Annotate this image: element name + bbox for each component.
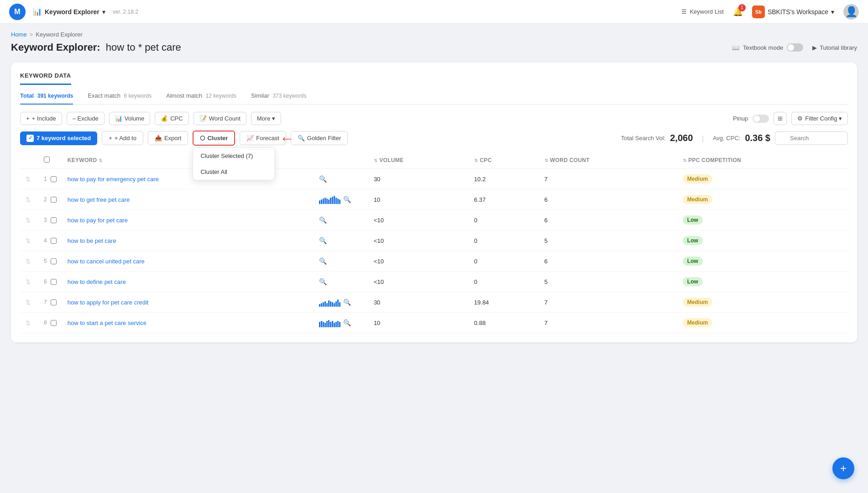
workspace-dropdown[interactable]: Sb SBKITS's Workspace ▾ xyxy=(752,5,834,18)
tutorial-library-button[interactable]: ▶ Tutorial library xyxy=(812,44,857,51)
mini-bar xyxy=(326,303,328,307)
drag-handle-icon[interactable]: ⇅ xyxy=(26,278,31,285)
keyword-search-icon[interactable]: 🔍 xyxy=(319,175,327,183)
export-button[interactable]: 📤 Export xyxy=(148,131,188,145)
pinup-toggle[interactable] xyxy=(753,115,769,123)
golden-filter-button[interactable]: 🔍 Golden Filter xyxy=(291,131,348,145)
row-num-cell: 2 xyxy=(38,189,62,210)
table-header-row: KEYWORD ⇅ ⇅ VOLUME ⇅ CP xyxy=(20,152,848,169)
more-filter-button[interactable]: More ▾ xyxy=(251,112,281,125)
mini-bar xyxy=(339,322,340,327)
mini-bar xyxy=(328,199,329,204)
app-name-dropdown[interactable]: 📊 Keyword Explorer ▾ xyxy=(33,7,105,16)
keyword-search-input[interactable] xyxy=(775,131,848,145)
volume-filter-button[interactable]: 📊 Volume xyxy=(109,112,150,125)
textbook-mode-button[interactable]: 📖 Textbook mode xyxy=(732,43,803,52)
th-keyword[interactable]: KEYWORD ⇅ xyxy=(62,152,314,169)
row-checkbox[interactable] xyxy=(51,197,57,203)
cpc-label: CPC xyxy=(170,115,183,122)
exclude-filter-button[interactable]: – Exclude xyxy=(67,112,105,125)
tab-similar[interactable]: Similar 373 keywords xyxy=(251,92,306,105)
cpc-filter-button[interactable]: 💰 CPC xyxy=(155,112,188,125)
keyword-search-icon[interactable]: 🔍 xyxy=(319,237,327,244)
th-word-count[interactable]: ⇅ WORD COUNT xyxy=(539,152,677,169)
th-ppc-competition[interactable]: ⇅ PPC COMPETITION xyxy=(677,152,848,169)
row-checkbox[interactable] xyxy=(51,320,57,326)
row-checkbox[interactable] xyxy=(51,279,57,285)
row-num-cell: 6 xyxy=(38,272,62,292)
keyword-list-nav[interactable]: ☰ Keyword List xyxy=(681,8,723,15)
drag-handle-icon[interactable]: ⇅ xyxy=(26,299,31,306)
word-count-cell: 6 xyxy=(539,189,677,210)
word-count-cell: 5 xyxy=(539,231,677,251)
row-checkbox[interactable] xyxy=(51,258,57,264)
tab-almost-match[interactable]: Almost match 12 keywords xyxy=(166,92,236,105)
keyword-search-icon[interactable]: 🔍 xyxy=(319,278,327,285)
page-title-actions: 📖 Textbook mode ▶ Tutorial library xyxy=(732,43,857,52)
th-drag xyxy=(20,152,38,169)
row-number: 2 xyxy=(44,196,47,203)
user-avatar[interactable]: 👤 xyxy=(843,4,859,20)
row-checkbox[interactable] xyxy=(51,176,57,182)
add-to-label: + Add to xyxy=(115,135,136,142)
exclude-label: – Exclude xyxy=(73,115,99,122)
filter-config-button[interactable]: ⚙ Filter Config ▾ xyxy=(791,112,848,125)
tab-total[interactable]: Total 391 keywords xyxy=(20,92,73,105)
word-count-filter-button[interactable]: 📝 Word Count xyxy=(193,112,246,125)
drag-handle-icon[interactable]: ⇅ xyxy=(26,320,31,326)
trend-cell: 🔍 xyxy=(314,210,368,231)
tab-exact-count: 6 keywords xyxy=(124,93,152,99)
keyword-cell: how to start a pet care service xyxy=(62,313,314,333)
cluster-all-item[interactable]: Cluster All xyxy=(193,164,274,180)
trend-cell: 🔍 xyxy=(314,169,368,189)
th-volume[interactable]: ⇅ VOLUME xyxy=(368,152,469,169)
keyword-tabs: Total 391 keywords Exact match 6 keyword… xyxy=(20,92,848,105)
row-checkbox[interactable] xyxy=(51,238,57,244)
drag-handle-cell: ⇅ xyxy=(20,189,38,210)
th-volume-label: VOLUME xyxy=(379,157,403,163)
mini-bar xyxy=(323,199,324,204)
th-cpc[interactable]: ⇅ CPC xyxy=(469,152,539,169)
drag-handle-icon[interactable]: ⇅ xyxy=(26,196,31,203)
grid-view-button[interactable]: ⊞ xyxy=(774,112,787,125)
competition-badge: Medium xyxy=(683,174,712,184)
tab-exact-match[interactable]: Exact match 6 keywords xyxy=(88,92,152,105)
table-row: ⇅ 2 how to get free pet care 🔍 10 6.37 6 xyxy=(20,189,848,210)
keyword-search-icon[interactable]: 🔍 xyxy=(343,299,351,306)
keyword-search-icon[interactable]: 🔍 xyxy=(319,216,327,224)
cluster-selected-item[interactable]: Cluster Selected (7) xyxy=(193,148,274,164)
textbook-toggle[interactable] xyxy=(787,43,803,52)
keyword-search-icon[interactable]: 🔍 xyxy=(319,257,327,265)
drag-handle-cell: ⇅ xyxy=(20,292,38,313)
drag-handle-icon[interactable]: ⇅ xyxy=(26,258,31,265)
cluster-label: Cluster xyxy=(207,135,228,142)
avg-cpc-label: Avg. CPC: xyxy=(713,135,740,142)
row-num-cell: 8 xyxy=(38,313,62,333)
row-num-cell: 3 xyxy=(38,210,62,231)
competition-badge: Medium xyxy=(683,298,712,307)
mini-bar xyxy=(326,321,328,327)
mini-bar xyxy=(332,197,333,204)
drag-handle-icon[interactable]: ⇅ xyxy=(26,217,31,224)
notification-bell[interactable]: 🔔 1 xyxy=(733,7,743,17)
filter-bar-right: Pinup ⊞ ⚙ Filter Config ▾ xyxy=(733,112,848,125)
drag-handle-icon[interactable]: ⇅ xyxy=(26,176,31,183)
keyword-search-icon[interactable]: 🔍 xyxy=(343,319,351,326)
breadcrumb-home[interactable]: Home xyxy=(11,31,27,38)
cluster-button[interactable]: ⬡ Cluster xyxy=(193,131,235,146)
row-checkbox[interactable] xyxy=(51,217,57,223)
row-checkbox[interactable] xyxy=(51,299,57,305)
keywords-table: KEYWORD ⇅ ⇅ VOLUME ⇅ CP xyxy=(20,152,848,333)
trend-chart xyxy=(319,318,340,327)
competition-badge: Low xyxy=(683,236,703,245)
forecast-button[interactable]: 📈 Forecast xyxy=(240,131,286,145)
mini-bar xyxy=(334,303,335,307)
drag-handle-icon[interactable]: ⇅ xyxy=(26,237,31,244)
include-filter-button[interactable]: + + Include xyxy=(20,112,62,125)
select-all-checkbox[interactable] xyxy=(44,157,50,163)
keyword-search-icon[interactable]: 🔍 xyxy=(343,196,351,203)
keyword-text: how to cancel united pet care xyxy=(68,258,145,265)
trend-cell: 🔍 xyxy=(314,313,368,333)
add-to-button[interactable]: + + Add to xyxy=(102,131,143,145)
th-word-count-sort-icon: ⇅ xyxy=(544,158,548,163)
